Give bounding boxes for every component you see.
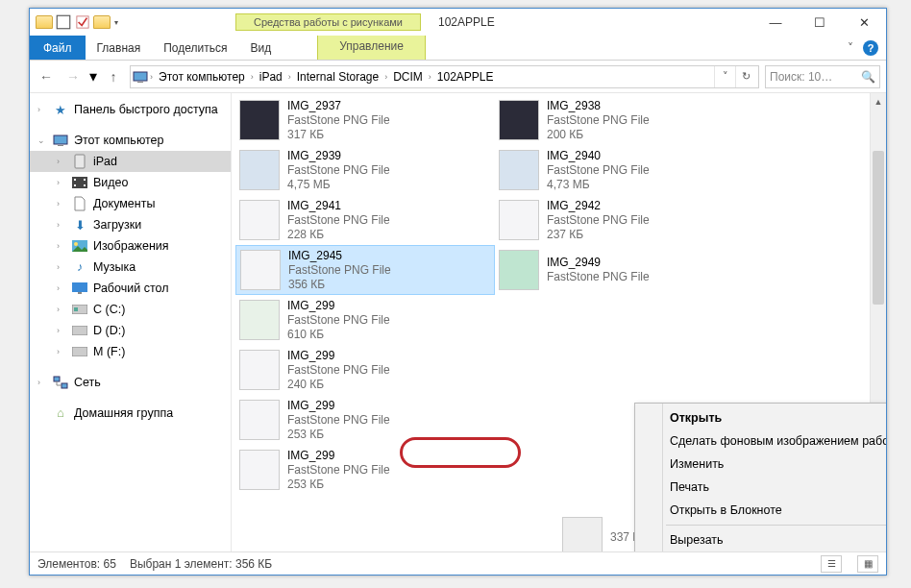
file-size: 4,73 МБ [547, 178, 650, 192]
crumb-internal-storage[interactable]: Internal Storage [293, 70, 382, 84]
svg-rect-8 [74, 179, 76, 181]
svg-rect-9 [74, 184, 76, 186]
ctx-print[interactable]: Печать [637, 476, 886, 499]
search-placeholder: Поиск: 10… [770, 70, 832, 84]
tree-this-pc[interactable]: ⌄ Этот компьютер [30, 130, 231, 151]
tree-pictures[interactable]: › Изображения [30, 235, 231, 257]
maximize-button[interactable]: ☐ [798, 9, 842, 36]
svg-rect-15 [78, 292, 82, 294]
forward-button[interactable]: → [62, 66, 84, 87]
crumb-102apple[interactable]: 102APPLE [433, 70, 498, 84]
ctx-set-wallpaper[interactable]: Сделать фоновым изображением рабочего ст… [637, 429, 886, 453]
tree-quick-access[interactable]: › ★ Панель быстрого доступа [30, 99, 231, 120]
address-bar[interactable]: › Этот компьютер › iPad › Internal Stora… [130, 65, 759, 88]
qat-dropdown-icon[interactable]: ▾ [112, 18, 120, 27]
file-item[interactable]: IMG_2940FastStone PNG File4,73 МБ [495, 145, 754, 195]
expand-icon[interactable]: › [37, 105, 40, 114]
svg-rect-5 [58, 145, 63, 146]
expand-icon[interactable]: › [57, 305, 60, 314]
expand-icon[interactable]: › [57, 262, 60, 272]
address-dropdown-icon[interactable]: ˅ [714, 66, 735, 87]
expand-icon[interactable]: › [57, 326, 60, 335]
tool-tab-manage[interactable]: Управление [317, 36, 426, 60]
tree-ipad[interactable]: › iPad [30, 151, 231, 172]
svg-rect-7 [72, 177, 87, 188]
tree-documents[interactable]: › Документы [30, 193, 231, 214]
crumb-this-pc[interactable]: Этот компьютер [155, 70, 249, 84]
expand-icon[interactable]: › [57, 178, 60, 187]
tree-label: Музыка [93, 260, 135, 274]
tree-desktop[interactable]: › Рабочий стол [30, 278, 231, 299]
thumbnail-icon [562, 517, 603, 551]
search-icon[interactable]: 🔍 [861, 70, 875, 84]
crumb-sep-icon[interactable]: › [148, 72, 155, 82]
file-item[interactable]: IMG_299FastStone PNG File253 КБ [235, 445, 495, 495]
expand-icon[interactable]: › [57, 347, 60, 356]
ribbon-expand-icon[interactable]: ˅ [848, 41, 853, 55]
scroll-thumb[interactable] [873, 151, 884, 305]
tree-homegroup[interactable]: ⌂ Домашняя группа [30, 403, 231, 424]
file-item[interactable]: IMG_299FastStone PNG File610 КБ [235, 295, 495, 345]
expand-icon[interactable]: › [57, 241, 60, 251]
help-icon[interactable]: ? [863, 40, 878, 56]
expand-icon[interactable]: › [57, 199, 60, 208]
close-button[interactable]: ✕ [842, 9, 886, 36]
minimize-button[interactable]: — [753, 9, 798, 36]
tree-videos[interactable]: › Видео [30, 172, 231, 193]
collapse-icon[interactable]: ⌄ [37, 135, 45, 145]
file-item[interactable]: IMG_2939FastStone PNG File4,75 МБ [235, 145, 495, 195]
tree-network[interactable]: › Сеть [30, 372, 231, 393]
tab-view[interactable]: Вид [238, 36, 283, 60]
file-item[interactable]: IMG_2942FastStone PNG File237 КБ [495, 195, 754, 245]
tab-share[interactable]: Поделиться [152, 36, 238, 60]
drive-icon [72, 323, 87, 338]
back-button[interactable]: ← [36, 66, 57, 87]
file-item[interactable]: IMG_299FastStone PNG File253 КБ [235, 395, 495, 445]
expand-icon[interactable]: › [57, 220, 60, 230]
crumb-ipad[interactable]: iPad [256, 70, 286, 84]
file-type: FastStone PNG File [288, 263, 391, 278]
tool-tab-pictures[interactable]: Средства работы с рисунками [235, 13, 421, 31]
scroll-up-icon[interactable]: ▲ [871, 93, 886, 110]
file-item[interactable]: IMG_2949FastStone PNG File [495, 245, 754, 295]
expand-icon[interactable]: › [37, 378, 40, 387]
tree-drive-m[interactable]: › M (F:) [30, 341, 231, 362]
file-item[interactable]: IMG_2938FastStone PNG File200 КБ [495, 95, 754, 145]
drive-icon [72, 344, 87, 359]
ctx-open-in-notepad[interactable]: Открыть в Блокноте [637, 499, 886, 522]
properties-icon[interactable] [55, 13, 72, 31]
search-input[interactable]: Поиск: 10… 🔍 [765, 65, 880, 88]
nav-pane: › ★ Панель быстрого доступа ⌄ Этот компь… [30, 93, 232, 551]
tree-drive-c[interactable]: › C (C:) [30, 299, 231, 320]
tab-home[interactable]: Главная [86, 36, 153, 60]
file-item[interactable]: IMG_2941FastStone PNG File228 КБ [235, 195, 495, 245]
expand-icon[interactable]: › [57, 283, 60, 293]
file-tab[interactable]: Файл [30, 36, 86, 60]
status-selection: Выбран 1 элемент: 356 КБ [130, 557, 272, 571]
quick-access-toolbar: ▾ [30, 13, 120, 31]
new-folder-icon[interactable] [93, 13, 111, 31]
crumb-sep-icon[interactable]: › [382, 72, 389, 82]
ctx-cut[interactable]: Вырезать [637, 528, 886, 551]
crumb-sep-icon[interactable]: › [249, 72, 256, 82]
ctx-edit[interactable]: Изменить [637, 453, 886, 476]
expand-icon[interactable]: › [57, 157, 60, 166]
homegroup-icon: ⌂ [53, 405, 68, 421]
ctx-open[interactable]: Открыть [637, 406, 886, 429]
up-button[interactable]: ↑ [103, 66, 124, 87]
picture-icon [72, 238, 87, 254]
file-item[interactable]: IMG_299FastStone PNG File240 КБ [235, 345, 495, 395]
crumb-sep-icon[interactable]: › [286, 72, 293, 82]
file-item[interactable]: IMG_2937FastStone PNG File317 КБ [235, 95, 495, 145]
view-tiles-button[interactable]: ▦ [857, 555, 878, 573]
crumb-sep-icon[interactable]: › [427, 72, 433, 82]
tree-drive-d[interactable]: › D (D:) [30, 320, 231, 341]
tree-downloads[interactable]: › ⬇ Загрузки [30, 214, 231, 235]
refresh-icon[interactable]: ↻ [735, 66, 756, 87]
file-item[interactable]: IMG_2945FastStone PNG File356 КБ [235, 245, 495, 295]
checkbox-icon[interactable] [74, 13, 91, 31]
history-dropdown-icon[interactable]: ▾ [89, 67, 97, 86]
view-details-button[interactable]: ☰ [821, 555, 842, 573]
tree-music[interactable]: › ♪ Музыка [30, 257, 231, 278]
crumb-dcim[interactable]: DCIM [389, 70, 427, 84]
